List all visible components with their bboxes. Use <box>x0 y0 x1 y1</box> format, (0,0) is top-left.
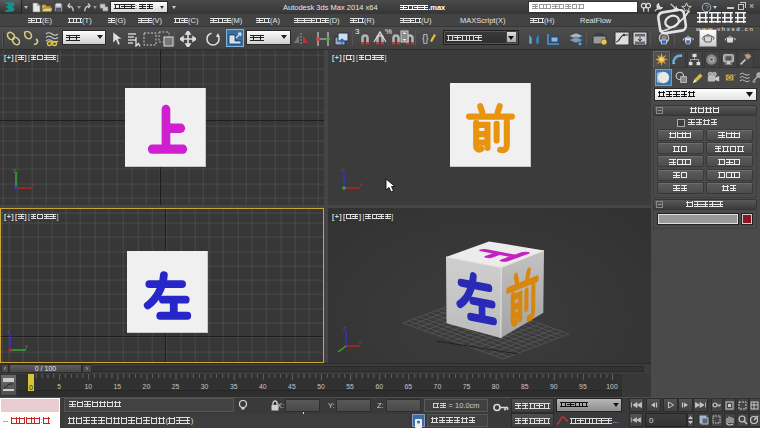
svg-text:5: 5 <box>57 383 61 390</box>
svg-text:z: z <box>7 330 10 335</box>
svg-text:85: 85 <box>521 383 529 390</box>
svg-text:30: 30 <box>201 383 209 390</box>
svg-text:50: 50 <box>317 383 325 390</box>
svg-text:{}: {} <box>422 33 429 44</box>
svg-text:y: y <box>25 343 28 349</box>
svg-text:80: 80 <box>492 383 500 390</box>
svg-text:100: 100 <box>606 383 618 390</box>
svg-text:75: 75 <box>463 383 471 390</box>
svg-text:55: 55 <box>346 383 354 390</box>
svg-text:y: y <box>13 168 16 173</box>
svg-text:60: 60 <box>375 383 383 390</box>
svg-text:x: x <box>31 181 34 187</box>
svg-text:10: 10 <box>84 383 92 390</box>
svg-text:35: 35 <box>230 383 238 390</box>
svg-text:90: 90 <box>550 383 558 390</box>
svg-text:15: 15 <box>114 383 122 390</box>
svg-text:z: z <box>341 168 344 173</box>
svg-text:65: 65 <box>405 383 413 390</box>
svg-text:40: 40 <box>259 383 267 390</box>
svg-text:45: 45 <box>288 383 296 390</box>
svg-text:25: 25 <box>172 383 180 390</box>
svg-text:70: 70 <box>434 383 442 390</box>
svg-text:x: x <box>359 181 362 187</box>
svg-text:95: 95 <box>579 383 587 390</box>
svg-text:20: 20 <box>143 383 151 390</box>
